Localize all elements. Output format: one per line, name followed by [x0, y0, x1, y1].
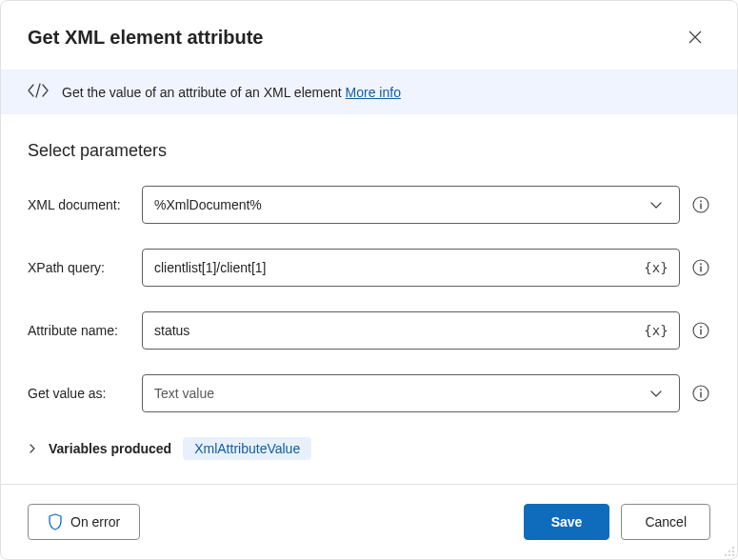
chevron-down-icon[interactable]	[645, 382, 668, 405]
label-attribute-name: Attribute name:	[28, 323, 142, 338]
label-get-value-as: Get value as:	[28, 386, 142, 401]
info-icon[interactable]	[691, 195, 710, 214]
svg-point-14	[732, 550, 734, 552]
info-icon[interactable]	[691, 384, 710, 403]
banner-text-content: Get the value of an attribute of an XML …	[62, 85, 346, 100]
chevron-down-icon[interactable]	[645, 193, 668, 216]
svg-rect-11	[700, 392, 701, 398]
footer-right: Save Cancel	[524, 504, 710, 540]
svg-rect-8	[700, 330, 701, 335]
variables-produced-row[interactable]: Variables produced XmlAttributeValue	[28, 437, 710, 460]
chevron-right-icon	[28, 441, 37, 456]
svg-point-1	[700, 200, 702, 202]
info-icon[interactable]	[691, 258, 710, 277]
svg-point-10	[700, 389, 702, 390]
field-xpath-query[interactable]: clientlist[1]/client[1] {x}	[142, 249, 680, 287]
svg-point-4	[700, 263, 702, 265]
dialog-window: Get XML element attribute Get the value …	[0, 0, 738, 560]
save-button[interactable]: Save	[524, 504, 610, 540]
svg-point-17	[732, 554, 734, 556]
more-info-link[interactable]: More info	[346, 85, 401, 100]
svg-point-16	[728, 554, 730, 556]
code-icon	[28, 83, 49, 101]
svg-point-7	[700, 326, 702, 328]
resize-grip-icon[interactable]	[724, 546, 735, 557]
param-row-xml-document: XML document: %XmlDocument%	[28, 186, 710, 224]
param-row-xpath-query: XPath query: clientlist[1]/client[1] {x}	[28, 249, 710, 287]
field-get-value-as-value: Text value	[154, 386, 645, 401]
param-row-get-value-as: Get value as: Text value	[28, 374, 710, 412]
svg-point-12	[732, 547, 734, 549]
info-banner: Get the value of an attribute of an XML …	[1, 70, 737, 114]
field-attribute-name-value: status	[154, 323, 645, 338]
banner-text: Get the value of an attribute of an XML …	[62, 85, 401, 100]
cancel-button[interactable]: Cancel	[621, 504, 710, 540]
info-icon[interactable]	[691, 321, 710, 340]
label-xml-document: XML document:	[28, 197, 142, 212]
svg-rect-2	[700, 204, 701, 210]
section-title: Select parameters	[28, 141, 710, 161]
svg-rect-5	[700, 267, 701, 272]
variables-produced-label: Variables produced	[49, 441, 171, 456]
variable-picker-icon[interactable]: {x}	[645, 319, 668, 342]
label-xpath-query: XPath query:	[28, 260, 142, 275]
cancel-label: Cancel	[645, 514, 687, 530]
field-attribute-name[interactable]: status {x}	[142, 311, 680, 350]
dialog-header: Get XML element attribute	[1, 1, 737, 70]
dialog-body: Select parameters XML document: %XmlDocu…	[1, 114, 737, 484]
variable-badge[interactable]: XmlAttributeValue	[183, 437, 311, 460]
param-row-attribute-name: Attribute name: status {x}	[28, 311, 710, 350]
on-error-button[interactable]: On error	[28, 504, 140, 540]
dialog-title: Get XML element attribute	[28, 27, 263, 49]
dialog-footer: On error Save Cancel	[1, 484, 737, 559]
save-label: Save	[551, 514, 583, 530]
svg-point-15	[725, 554, 727, 556]
field-xpath-query-value: clientlist[1]/client[1]	[154, 260, 645, 275]
variable-picker-icon[interactable]: {x}	[645, 256, 668, 279]
field-xml-document-value: %XmlDocument%	[154, 197, 645, 212]
field-xml-document[interactable]: %XmlDocument%	[142, 186, 680, 224]
close-button[interactable]	[680, 22, 710, 52]
close-icon	[688, 30, 702, 44]
field-get-value-as[interactable]: Text value	[142, 374, 680, 412]
shield-icon	[48, 513, 63, 530]
svg-point-13	[728, 550, 730, 552]
on-error-label: On error	[70, 514, 120, 530]
